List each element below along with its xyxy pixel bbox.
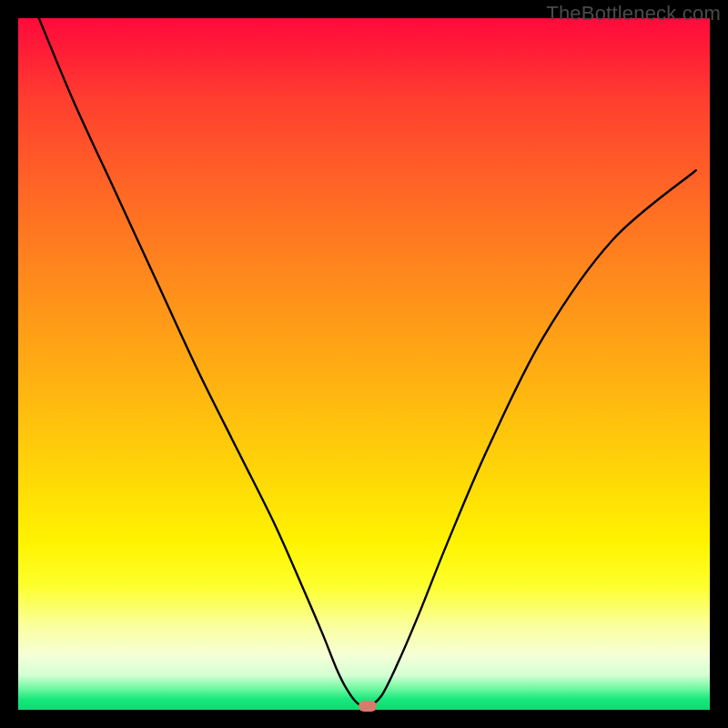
bottleneck-curve bbox=[18, 18, 710, 710]
watermark-text: TheBottleneck.com bbox=[546, 2, 721, 25]
minimum-marker bbox=[359, 701, 377, 712]
chart-frame: TheBottleneck.com bbox=[0, 0, 728, 728]
